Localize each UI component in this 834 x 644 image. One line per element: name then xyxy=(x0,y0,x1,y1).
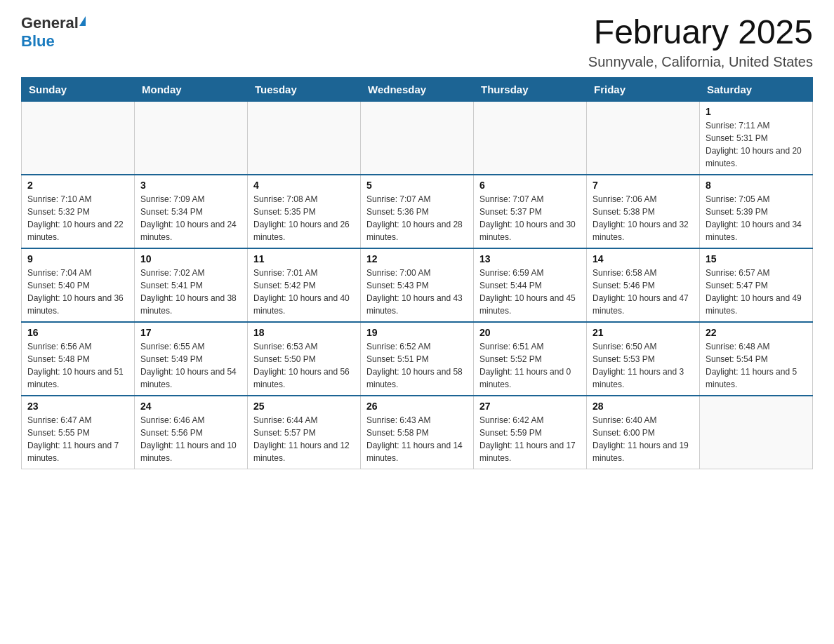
day-number: 27 xyxy=(479,401,581,412)
calendar-day-cell: 26Sunrise: 6:43 AMSunset: 5:58 PMDayligh… xyxy=(361,396,474,469)
day-info-text: Sunrise: 7:02 AM xyxy=(140,267,241,279)
day-info-text: Sunrise: 6:48 AM xyxy=(706,340,807,353)
day-info-text: Sunset: 5:32 PM xyxy=(27,206,128,218)
calendar-day-cell: 15Sunrise: 6:57 AMSunset: 5:47 PMDayligh… xyxy=(700,248,813,322)
day-of-week-header: Wednesday xyxy=(361,77,474,101)
calendar-day-cell xyxy=(700,396,813,469)
day-number: 18 xyxy=(253,327,355,338)
day-of-week-header: Thursday xyxy=(474,77,587,101)
day-info-text: Sunset: 5:35 PM xyxy=(253,206,355,218)
day-info-text: Sunset: 5:58 PM xyxy=(366,427,468,439)
day-number: 20 xyxy=(479,327,581,338)
day-info-text: Sunrise: 6:52 AM xyxy=(366,340,468,353)
calendar-day-cell: 28Sunrise: 6:40 AMSunset: 6:00 PMDayligh… xyxy=(587,396,700,469)
calendar-day-cell xyxy=(135,101,248,175)
day-info-text: Sunrise: 6:46 AM xyxy=(140,414,241,427)
day-info-text: Sunrise: 6:50 AM xyxy=(593,340,694,353)
day-of-week-header: Monday xyxy=(135,77,248,101)
day-number: 14 xyxy=(593,253,694,264)
day-info-text: Sunrise: 7:07 AM xyxy=(479,193,581,206)
day-info-text: Sunset: 5:41 PM xyxy=(140,279,241,292)
calendar-day-cell: 2Sunrise: 7:10 AMSunset: 5:32 PMDaylight… xyxy=(22,175,135,248)
day-info-text: Sunrise: 7:11 AM xyxy=(706,119,807,132)
day-info-text: Sunrise: 6:47 AM xyxy=(27,414,128,427)
day-of-week-header: Tuesday xyxy=(248,77,361,101)
day-info-text: Daylight: 10 hours and 32 minutes. xyxy=(593,218,694,243)
day-info-text: Sunset: 5:43 PM xyxy=(366,279,468,292)
day-number: 28 xyxy=(593,401,694,412)
day-info-text: Sunset: 5:44 PM xyxy=(479,279,581,292)
day-number: 16 xyxy=(27,327,128,338)
day-info-text: Sunrise: 7:08 AM xyxy=(253,193,355,206)
day-info-text: Sunset: 5:59 PM xyxy=(479,427,581,439)
calendar-week-row: 2Sunrise: 7:10 AMSunset: 5:32 PMDaylight… xyxy=(22,175,813,248)
day-info-text: Sunrise: 6:58 AM xyxy=(593,267,694,279)
day-info-text: Sunrise: 6:42 AM xyxy=(479,414,581,427)
day-info-text: Sunset: 5:31 PM xyxy=(706,132,807,145)
day-info-text: Daylight: 11 hours and 14 minutes. xyxy=(366,439,468,464)
logo-blue-text: Blue xyxy=(21,32,55,50)
day-info-text: Daylight: 10 hours and 38 minutes. xyxy=(140,292,241,317)
day-info-text: Daylight: 11 hours and 0 minutes. xyxy=(479,365,581,391)
day-number: 4 xyxy=(253,180,355,191)
day-number: 26 xyxy=(366,401,468,412)
calendar-week-row: 1Sunrise: 7:11 AMSunset: 5:31 PMDaylight… xyxy=(22,101,813,175)
day-info-text: Sunrise: 7:01 AM xyxy=(253,267,355,279)
day-number: 25 xyxy=(253,401,355,412)
month-title: February 2025 xyxy=(588,14,813,51)
calendar-day-cell: 19Sunrise: 6:52 AMSunset: 5:51 PMDayligh… xyxy=(361,322,474,396)
day-info-text: Sunset: 5:56 PM xyxy=(140,427,241,439)
day-number: 5 xyxy=(366,180,468,191)
location-text: Sunnyvale, California, United States xyxy=(588,54,813,70)
day-info-text: Daylight: 10 hours and 26 minutes. xyxy=(253,218,355,243)
day-number: 12 xyxy=(366,253,468,264)
calendar-day-cell: 10Sunrise: 7:02 AMSunset: 5:41 PMDayligh… xyxy=(135,248,248,322)
calendar-day-cell: 6Sunrise: 7:07 AMSunset: 5:37 PMDaylight… xyxy=(474,175,587,248)
day-number: 22 xyxy=(706,327,807,338)
calendar-day-cell: 25Sunrise: 6:44 AMSunset: 5:57 PMDayligh… xyxy=(248,396,361,469)
day-info-text: Daylight: 10 hours and 40 minutes. xyxy=(253,292,355,317)
day-number: 3 xyxy=(140,180,241,191)
day-of-week-header: Friday xyxy=(587,77,700,101)
day-info-text: Sunrise: 7:07 AM xyxy=(366,193,468,206)
calendar-day-cell: 11Sunrise: 7:01 AMSunset: 5:42 PMDayligh… xyxy=(248,248,361,322)
day-number: 15 xyxy=(706,253,807,264)
calendar-day-cell: 21Sunrise: 6:50 AMSunset: 5:53 PMDayligh… xyxy=(587,322,700,396)
calendar-day-cell: 5Sunrise: 7:07 AMSunset: 5:36 PMDaylight… xyxy=(361,175,474,248)
logo-general-text: General xyxy=(21,14,79,32)
calendar-day-cell: 4Sunrise: 7:08 AMSunset: 5:35 PMDaylight… xyxy=(248,175,361,248)
day-info-text: Sunrise: 6:59 AM xyxy=(479,267,581,279)
logo-triangle-icon xyxy=(79,16,86,26)
day-info-text: Sunrise: 6:56 AM xyxy=(27,340,128,353)
day-info-text: Sunset: 5:55 PM xyxy=(27,427,128,439)
title-block: February 2025 Sunnyvale, California, Uni… xyxy=(588,14,813,70)
day-info-text: Daylight: 10 hours and 54 minutes. xyxy=(140,365,241,391)
day-number: 21 xyxy=(593,327,694,338)
day-info-text: Daylight: 10 hours and 24 minutes. xyxy=(140,218,241,243)
day-info-text: Daylight: 10 hours and 56 minutes. xyxy=(253,365,355,391)
day-info-text: Sunset: 5:39 PM xyxy=(706,206,807,218)
day-info-text: Sunrise: 7:09 AM xyxy=(140,193,241,206)
day-number: 19 xyxy=(366,327,468,338)
day-info-text: Sunset: 5:37 PM xyxy=(479,206,581,218)
day-info-text: Daylight: 10 hours and 36 minutes. xyxy=(27,292,128,317)
day-number: 11 xyxy=(253,253,355,264)
day-number: 2 xyxy=(27,180,128,191)
day-info-text: Sunrise: 6:57 AM xyxy=(706,267,807,279)
day-info-text: Sunrise: 6:44 AM xyxy=(253,414,355,427)
day-info-text: Daylight: 10 hours and 47 minutes. xyxy=(593,292,694,317)
day-number: 13 xyxy=(479,253,581,264)
calendar-day-cell: 17Sunrise: 6:55 AMSunset: 5:49 PMDayligh… xyxy=(135,322,248,396)
calendar-day-cell: 1Sunrise: 7:11 AMSunset: 5:31 PMDaylight… xyxy=(700,101,813,175)
day-info-text: Sunrise: 6:40 AM xyxy=(593,414,694,427)
day-info-text: Daylight: 10 hours and 30 minutes. xyxy=(479,218,581,243)
calendar-day-cell: 7Sunrise: 7:06 AMSunset: 5:38 PMDaylight… xyxy=(587,175,700,248)
day-info-text: Daylight: 11 hours and 5 minutes. xyxy=(706,365,807,391)
day-info-text: Daylight: 11 hours and 12 minutes. xyxy=(253,439,355,464)
day-number: 24 xyxy=(140,401,241,412)
calendar-day-cell: 18Sunrise: 6:53 AMSunset: 5:50 PMDayligh… xyxy=(248,322,361,396)
day-info-text: Sunset: 5:51 PM xyxy=(366,353,468,365)
calendar-day-cell: 22Sunrise: 6:48 AMSunset: 5:54 PMDayligh… xyxy=(700,322,813,396)
day-info-text: Sunrise: 7:10 AM xyxy=(27,193,128,206)
calendar-day-cell: 14Sunrise: 6:58 AMSunset: 5:46 PMDayligh… xyxy=(587,248,700,322)
